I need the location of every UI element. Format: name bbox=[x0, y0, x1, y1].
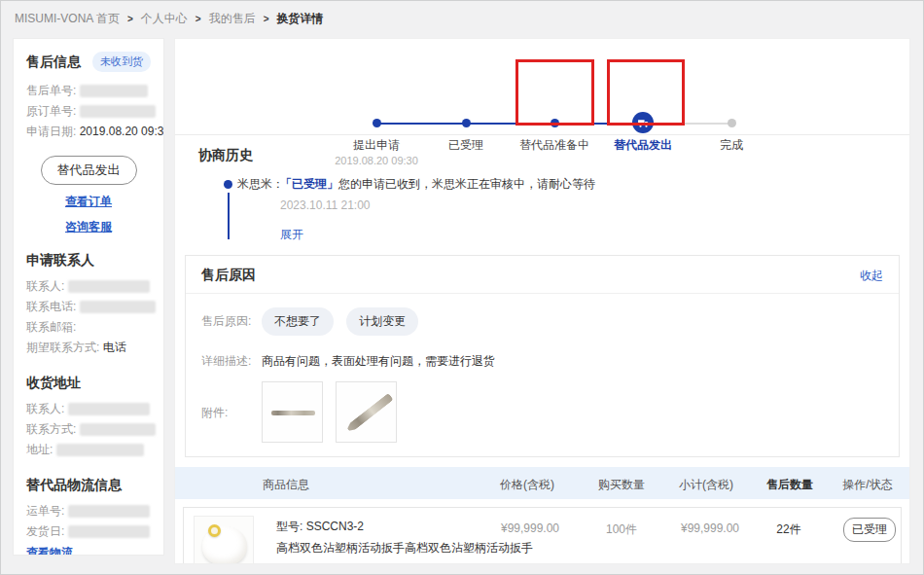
field-original-order-no: 原订单号: bbox=[26, 101, 151, 122]
drill-bit-image bbox=[271, 411, 315, 415]
progress-stepper: 提出申请 2019.08.20 09:30 已受理 替代品准备中 替代品发出 完… bbox=[175, 39, 909, 135]
col-after-sales-qty: 售后数量 bbox=[766, 477, 813, 493]
reason-tag: 不想要了 bbox=[262, 307, 334, 336]
after-sales-detail-page: MISUMI-VONA 首页 > 个人中心 > 我的售后 > 换货详情 售后信息… bbox=[0, 0, 924, 575]
breadcrumb-separator: > bbox=[264, 14, 269, 24]
step-dot bbox=[373, 119, 381, 127]
field-contact-phone: 联系电话: bbox=[26, 297, 151, 317]
reason-tags-row: 售后原因: 不想要了 计划变更 bbox=[201, 307, 883, 336]
reason-tag: 计划变更 bbox=[346, 307, 418, 336]
after-sales-info-panel: 售后信息 未收到货 售后单号: 原订单号: 申请日期: 2019.08.20 0… bbox=[13, 38, 164, 556]
cell-subtotal: ¥99,999.00 bbox=[681, 521, 739, 535]
logistics-section-title: 替代品物流信息 bbox=[26, 477, 151, 494]
contact-service-link[interactable]: 咨询客服 bbox=[26, 219, 151, 235]
breadcrumb-personal-center[interactable]: 个人中心 bbox=[141, 11, 188, 27]
redacted-value bbox=[80, 85, 148, 97]
drill-bit-image bbox=[345, 393, 394, 434]
redacted-value bbox=[68, 280, 150, 293]
step-dot bbox=[728, 119, 736, 127]
product-table-row: 型号: SSCCN3-2 高档双色沾塑柄活动扳手高档双色沾塑柄活动扳手 史丹利(… bbox=[183, 507, 902, 564]
col-product-info: 商品信息 bbox=[263, 477, 309, 493]
field-tracking-no: 运单号: bbox=[26, 501, 151, 521]
redacted-value bbox=[68, 505, 150, 518]
redacted-value bbox=[68, 525, 150, 538]
field-receiver-phone: 联系方式: bbox=[26, 419, 151, 440]
cell-price: ¥99,999.00 bbox=[501, 521, 559, 535]
field-contact-name: 联系人: bbox=[26, 276, 151, 297]
redacted-value bbox=[80, 105, 156, 118]
status-badge: 未收到货 bbox=[92, 52, 151, 72]
product-name: 高档双色沾塑柄活动扳手高档双色沾塑柄活动扳手 bbox=[276, 540, 533, 557]
history-status-tag: 「已受理」 bbox=[280, 177, 338, 191]
reason-description: 商品有问题，表面处理有问题，需要进行退货 bbox=[262, 347, 495, 370]
address-section-title: 收货地址 bbox=[26, 375, 151, 392]
attachments-row: 附件: bbox=[201, 381, 883, 443]
view-order-link[interactable]: 查看订单 bbox=[26, 194, 151, 210]
contact-section-title: 申请联系人 bbox=[26, 252, 151, 270]
status-pill-accepted: 已受理 bbox=[843, 518, 896, 542]
step-dot bbox=[462, 119, 471, 127]
redacted-value bbox=[68, 403, 150, 415]
product-table-header: 商品信息 价格(含税) 购买数量 小计(含税) 售后数量 操作/状态 bbox=[175, 467, 909, 499]
expand-link[interactable]: 展开 bbox=[280, 227, 303, 243]
attachment-thumbnail-1[interactable] bbox=[262, 381, 323, 443]
history-message: 「已受理」您的申请已收到，米思米正在审核中，请耐心等待 bbox=[280, 176, 886, 193]
step-timestamp: 2019.08.20 09:30 bbox=[308, 155, 444, 166]
breadcrumb: MISUMI-VONA 首页 > 个人中心 > 我的售后 > 换货详情 bbox=[15, 11, 324, 27]
timeline-line bbox=[228, 193, 230, 239]
breadcrumb-home[interactable]: MISUMI-VONA 首页 bbox=[15, 11, 120, 27]
attachment-thumbnail-2[interactable] bbox=[336, 381, 397, 443]
timeline-dot bbox=[224, 180, 232, 189]
product-image[interactable] bbox=[194, 516, 254, 564]
panel-title: 售后信息 bbox=[26, 54, 81, 71]
col-quantity: 购买数量 bbox=[598, 477, 645, 493]
history-timestamp: 2023.10.11 21:00 bbox=[280, 198, 886, 212]
col-price: 价格(含税) bbox=[500, 477, 554, 493]
history-author: 米思米： bbox=[237, 176, 284, 193]
after-sales-reason-section: 售后原因 收起 售后原因: 不想要了 计划变更 详细描述: 商品有问题，表面处理… bbox=[185, 255, 900, 457]
breadcrumb-exchange-detail: 换货详情 bbox=[277, 11, 324, 27]
history-item: 米思米： 「已受理」您的申请已收到，米思米正在审核中，请耐心等待 2023.10… bbox=[198, 176, 886, 217]
stepper-track-completed bbox=[376, 123, 643, 125]
field-receiver-address: 地址: bbox=[26, 440, 151, 460]
col-subtotal: 小计(含税) bbox=[679, 477, 733, 493]
breadcrumb-my-after-sales[interactable]: 我的售后 bbox=[209, 11, 256, 27]
red-annotation-box-preparing bbox=[515, 59, 594, 126]
reason-title: 售后原因 bbox=[201, 267, 256, 284]
cell-quantity: 100件 bbox=[606, 521, 637, 538]
redacted-value bbox=[56, 444, 144, 456]
view-logistics-link[interactable]: 查看物流 bbox=[26, 545, 73, 556]
field-receiver-name: 联系人: bbox=[26, 399, 151, 419]
collapse-link[interactable]: 收起 bbox=[860, 268, 883, 284]
red-annotation-box-shipped bbox=[607, 59, 685, 126]
reason-description-row: 详细描述: 商品有问题，表面处理有问题，需要进行退货 bbox=[201, 347, 883, 370]
field-contact-email: 联系邮箱: bbox=[26, 317, 151, 338]
field-ship-date: 发货日: bbox=[26, 521, 151, 542]
cell-after-sales-qty: 22件 bbox=[776, 521, 800, 538]
redacted-value bbox=[80, 423, 156, 436]
breadcrumb-separator: > bbox=[195, 14, 201, 24]
mask-valve-ring bbox=[208, 524, 221, 537]
field-apply-date: 申请日期: 2019.08.20 09:30 bbox=[26, 122, 151, 142]
main-content: 提出申请 2019.08.20 09:30 已受理 替代品准备中 替代品发出 完… bbox=[174, 38, 910, 564]
product-model: 型号: SSCCN3-2 bbox=[276, 519, 533, 535]
redacted-value bbox=[80, 301, 156, 313]
field-preferred-contact: 期望联系方式: 电话 bbox=[26, 338, 151, 358]
substitute-shipped-button[interactable]: 替代品发出 bbox=[41, 156, 137, 185]
product-brand: 史丹利(STANLEY) [美国] bbox=[276, 563, 533, 564]
breadcrumb-separator: > bbox=[127, 14, 133, 24]
field-order-no: 售后单号: bbox=[26, 81, 151, 101]
col-action-status: 操作/状态 bbox=[842, 477, 892, 493]
